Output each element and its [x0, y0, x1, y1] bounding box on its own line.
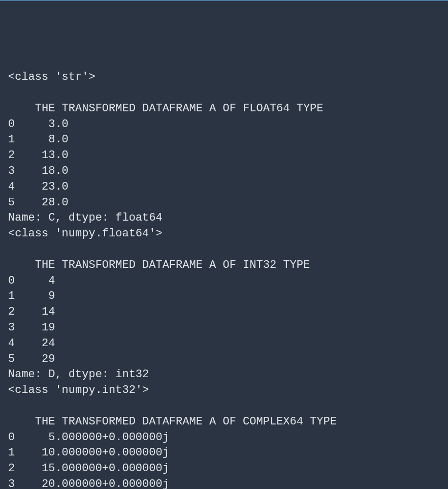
section1-class-line: <class 'numpy.float64'>	[8, 226, 440, 242]
section2-heading: THE TRANSFORMED DATAFRAME A OF INT32 TYP…	[8, 258, 440, 273]
section2-row: 4 24	[8, 336, 440, 352]
section3-heading: THE TRANSFORMED DATAFRAME A OF COMPLEX64…	[8, 414, 440, 430]
section2-row: 1 9	[8, 289, 440, 304]
section2-row: 3 19	[8, 320, 440, 336]
section3-row: 3 20.000000+0.000000j	[8, 477, 440, 489]
blank-line	[8, 85, 440, 101]
section1-row: 1 8.0	[8, 132, 440, 148]
section3-row: 0 5.000000+0.000000j	[8, 430, 440, 446]
section2-row: 0 4	[8, 273, 440, 289]
section3-row: 2 15.000000+0.000000j	[8, 461, 440, 477]
section2-row: 5 29	[8, 352, 440, 368]
output-class-str: <class 'str'>	[8, 70, 440, 85]
section1-heading: THE TRANSFORMED DATAFRAME A OF FLOAT64 T…	[8, 101, 440, 117]
section2-row: 2 14	[8, 304, 440, 320]
section2-name-line: Name: D, dtype: int32	[8, 367, 440, 383]
section1-row: 5 28.0	[8, 195, 440, 211]
section1-row: 2 13.0	[8, 148, 440, 164]
blank-line	[8, 399, 440, 414]
blank-line	[8, 242, 440, 258]
section1-row: 4 23.0	[8, 179, 440, 195]
section1-row: 0 3.0	[8, 117, 440, 133]
section1-name-line: Name: C, dtype: float64	[8, 210, 440, 226]
section1-row: 3 18.0	[8, 164, 440, 179]
section2-class-line: <class 'numpy.int32'>	[8, 383, 440, 399]
section3-row: 1 10.000000+0.000000j	[8, 445, 440, 461]
